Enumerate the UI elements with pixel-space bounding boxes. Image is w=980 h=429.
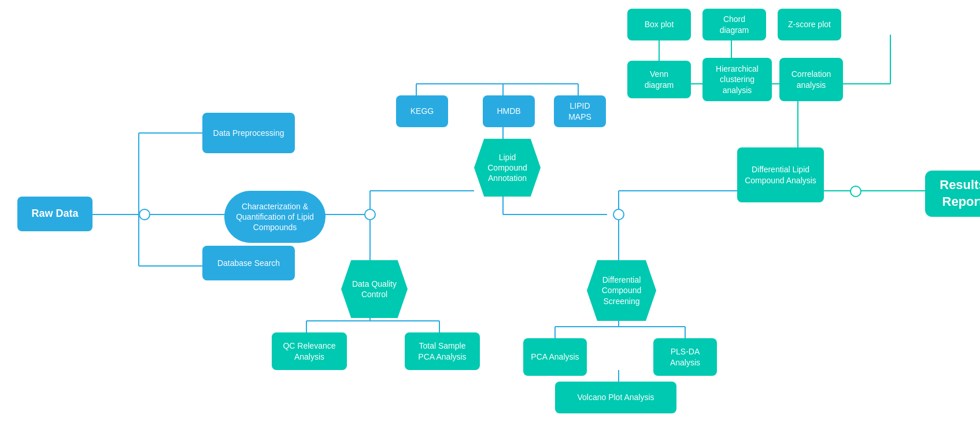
data-preprocessing-node: Data Preprocessing [202, 113, 295, 153]
diagram-container: Raw Data Data Preprocessing Database Sea… [0, 0, 980, 429]
database-search-node: Database Search [202, 246, 295, 280]
volcano-plot-node: Volcano Plot Analysis [555, 382, 676, 413]
box-plot-node: Box plot [627, 9, 691, 40]
pls-da-node: PLS-DA Analysis [653, 338, 717, 376]
junction-3 [613, 209, 624, 220]
venn-diagram-node: Venn diagram [627, 61, 691, 98]
junction-2 [364, 209, 376, 220]
qc-relevance-node: QC Relevance Analysis [272, 332, 347, 370]
total-sample-pca-node: Total Sample PCA Analysis [405, 332, 480, 370]
lipid-maps-node: LIPID MAPS [554, 95, 606, 127]
lipid-annotation-node: Lipid Compound Annotation [474, 139, 541, 197]
results-report-node: Results Report [925, 171, 980, 217]
zscore-plot-node: Z-score plot [778, 9, 841, 40]
pca-analysis-node: PCA Analysis [523, 338, 587, 376]
correlation-analysis-node: Correlation analysis [779, 58, 843, 101]
differential-lipid-node: Differential Lipid Compound Analysis [737, 147, 824, 202]
hierarchical-clustering-node: Hierarchical clustering analysis [702, 58, 772, 101]
differential-screening-node: Differential Compound Screening [587, 260, 656, 321]
junction-1 [139, 209, 150, 220]
characterization-node: Characterization & Quantification of Lip… [224, 191, 326, 243]
junction-4 [850, 186, 861, 197]
hmdb-node: HMDB [483, 95, 535, 127]
data-quality-control-node: Data Quality Control [341, 260, 408, 318]
raw-data-node: Raw Data [17, 197, 93, 231]
kegg-node: KEGG [396, 95, 448, 127]
chord-diagram-node: Chord diagram [702, 9, 766, 40]
